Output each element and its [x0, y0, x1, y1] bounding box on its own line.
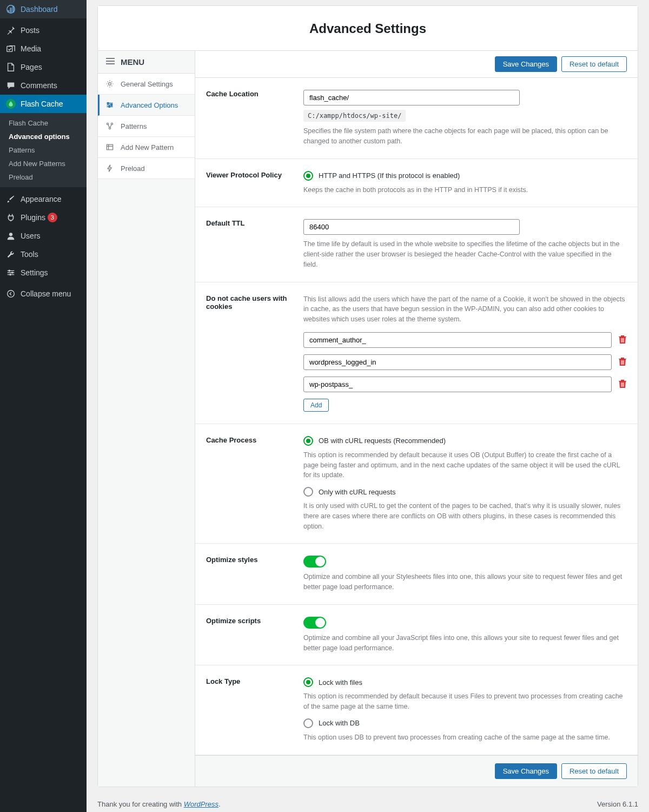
viewer-protocol-label: Viewer Protocol Policy [206, 171, 303, 195]
nav-general-settings[interactable]: General Settings [98, 74, 195, 95]
cookie-row [303, 354, 627, 370]
menu-tools[interactable]: Tools [0, 245, 87, 263]
nav-preload-label: Preload [121, 164, 145, 173]
submenu-flash-cache[interactable]: Flash Cache [0, 116, 87, 130]
viewer-protocol-radio[interactable]: HTTP and HTTPS (If this protocol is enab… [303, 171, 627, 181]
cache-process-help2: It is only used with cURL to get the con… [303, 501, 627, 531]
menu-dashboard[interactable]: Dashboard [0, 0, 87, 18]
comment-icon [5, 81, 16, 90]
dashboard-icon [5, 4, 16, 14]
menu-comments[interactable]: Comments [0, 76, 87, 95]
cookie-input-1[interactable] [303, 354, 612, 370]
cache-location-path: C:/xampp/htdocs/wp-site/ [303, 110, 406, 122]
field-lock-type: Lock Type Lock with files This option is… [195, 665, 638, 755]
svg-point-3 [9, 270, 11, 272]
reset-button-bottom[interactable]: Reset to default [561, 763, 627, 779]
footer-thanks: Thank you for creating with WordPress. [97, 800, 221, 808]
menu-dashboard-label: Dashboard [21, 5, 58, 14]
menu-users[interactable]: Users [0, 227, 87, 245]
svg-point-2 [9, 233, 12, 236]
cookies-label: Do not cache users with cookies [206, 294, 303, 412]
cookie-row [303, 377, 627, 392]
menu-posts[interactable]: Posts [0, 21, 87, 39]
nav-general-label: General Settings [121, 80, 173, 88]
cache-process-radio-curl[interactable]: Only with cURL requests [303, 487, 627, 497]
field-optimize-styles: Optimize styles Optimize and combine all… [195, 544, 638, 605]
viewer-protocol-help: Keeps the cache in both protocols as in … [303, 185, 627, 195]
cache-process-opt1: OB with cURL requests (Recommended) [319, 437, 446, 445]
settings-nav-heading: MENU [121, 57, 144, 67]
svg-point-9 [111, 104, 112, 106]
radio-icon [303, 171, 313, 181]
sliders-icon [105, 101, 115, 109]
brush-icon [5, 194, 16, 204]
menu-collapse-label: Collapse menu [21, 289, 71, 298]
wordpress-link[interactable]: WordPress [184, 800, 218, 808]
nav-advanced-options[interactable]: Advanced Options [98, 95, 195, 116]
page-icon [5, 62, 16, 72]
field-default-ttl: Default TTL The time life by default is … [195, 207, 638, 282]
menu-media[interactable]: Media [0, 39, 87, 58]
settings-panel: Advanced Settings MENU General Settings [97, 5, 638, 787]
cookie-row [303, 332, 627, 348]
optimize-scripts-label: Optimize scripts [206, 617, 303, 653]
svg-point-8 [107, 102, 109, 104]
menu-pages[interactable]: Pages [0, 58, 87, 76]
footer-version: Version 6.1.1 [597, 800, 638, 808]
pattern-icon [105, 122, 115, 130]
submenu-advanced-options[interactable]: Advanced options [0, 130, 87, 143]
cookies-help: This list allows add the users which hav… [303, 294, 627, 325]
optimize-styles-toggle[interactable] [303, 556, 326, 567]
menu-pages-label: Pages [21, 63, 42, 71]
nav-patterns[interactable]: Patterns [98, 116, 195, 137]
svg-rect-1 [7, 47, 12, 52]
optimize-styles-help: Optimize and combine all your Stylesheet… [303, 572, 627, 592]
trash-icon[interactable] [618, 379, 627, 390]
save-button-bottom[interactable]: Save Changes [495, 763, 557, 779]
default-ttl-label: Default TTL [206, 219, 303, 269]
save-button[interactable]: Save Changes [495, 56, 557, 72]
trash-icon[interactable] [618, 334, 627, 346]
menu-collapse[interactable]: Collapse menu [0, 285, 87, 303]
toolbar-bottom: Save Changes Reset to default [195, 755, 638, 787]
lock-type-radio-db[interactable]: Lock with DB [303, 718, 627, 728]
reset-button[interactable]: Reset to default [561, 56, 627, 72]
radio-icon [303, 487, 313, 497]
plugins-badge: 3 [48, 213, 57, 222]
nav-advanced-label: Advanced Options [121, 101, 178, 109]
default-ttl-input[interactable] [303, 219, 520, 235]
lock-type-radio-files[interactable]: Lock with files [303, 677, 627, 687]
optimize-scripts-toggle[interactable] [303, 617, 326, 629]
menu-posts-label: Posts [21, 26, 39, 35]
plug-icon [5, 213, 16, 222]
svg-point-4 [11, 272, 14, 274]
lock-type-label: Lock Type [206, 677, 303, 742]
add-cookie-button[interactable]: Add [303, 399, 329, 412]
nav-preload[interactable]: Preload [98, 158, 195, 179]
menu-media-label: Media [21, 44, 41, 53]
menu-settings-label: Settings [21, 268, 48, 277]
menu-flash-cache[interactable]: Flash Cache [0, 95, 87, 113]
submenu-preload[interactable]: Preload [0, 170, 87, 184]
field-cache-process: Cache Process OB with cURL requests (Rec… [195, 424, 638, 544]
lock-type-help1: This option is recommended by default be… [303, 691, 627, 712]
field-cookies: Do not cache users with cookies This lis… [195, 282, 638, 424]
cache-location-input[interactable] [303, 90, 520, 105]
pin-icon [5, 25, 16, 35]
submenu-add-new-patterns[interactable]: Add New Patterns [0, 157, 87, 170]
menu-plugins[interactable]: Plugins 3 [0, 208, 87, 227]
menu-tools-label: Tools [21, 250, 38, 259]
nav-add-pattern[interactable]: Add New Pattern [98, 137, 195, 158]
menu-plugins-label: Plugins [21, 213, 45, 222]
default-ttl-help: The time life by default is used in the … [303, 239, 627, 269]
radio-icon [303, 718, 313, 728]
menu-appearance[interactable]: Appearance [0, 190, 87, 208]
menu-comments-label: Comments [21, 81, 57, 90]
menu-settings[interactable]: Settings [0, 263, 87, 282]
menu-flash-cache-label: Flash Cache [21, 100, 63, 108]
cookie-input-0[interactable] [303, 332, 612, 348]
cache-process-radio-ob[interactable]: OB with cURL requests (Recommended) [303, 436, 627, 446]
trash-icon[interactable] [618, 357, 627, 368]
submenu-patterns[interactable]: Patterns [0, 143, 87, 157]
cookie-input-2[interactable] [303, 377, 612, 392]
